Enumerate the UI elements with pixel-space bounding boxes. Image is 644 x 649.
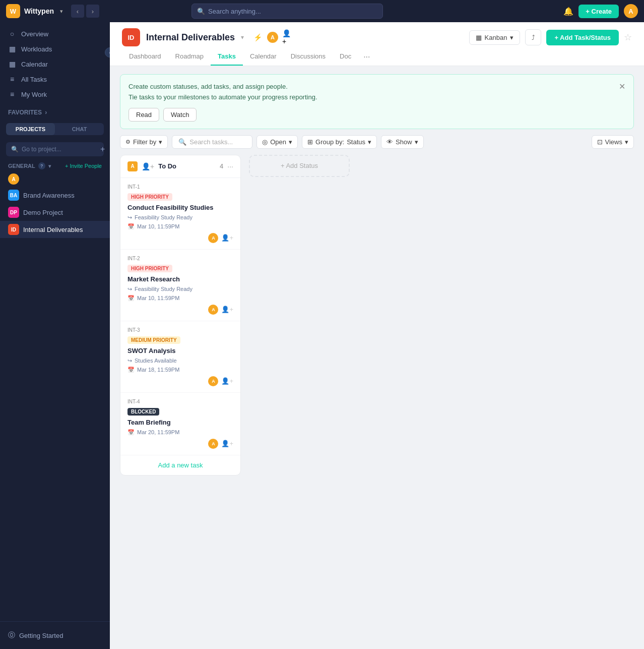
search-icon: 🔍 (197, 8, 205, 15)
add-new-task-button[interactable]: Add a new task (120, 455, 240, 475)
lightning-icon[interactable]: ⚡ (252, 32, 263, 43)
add-project-button[interactable]: + (100, 145, 105, 154)
task-milestone: ↪ Studies Available (127, 358, 233, 364)
views-label: Views (605, 138, 622, 146)
tab-dashboard[interactable]: Dashboard (122, 48, 168, 66)
tab-chat[interactable]: CHAT (55, 123, 104, 135)
kanban-grid-icon: ▦ (476, 34, 482, 41)
task-search[interactable]: 🔍 Search tasks... (172, 135, 252, 149)
sidebar-item-internal-deliverables[interactable]: ID Internal Deliverables (0, 221, 110, 238)
task-assign-icon[interactable]: 👤+ (221, 377, 233, 385)
task-milestone: ↪ Feasibility Study Ready (127, 214, 233, 221)
kanban-button[interactable]: ▦ Kanban ▾ (469, 30, 521, 45)
column-header-todo: A 👤+ To Do 4 ··· (120, 155, 240, 178)
my-work-icon: ≡ (8, 90, 16, 98)
tab-tasks[interactable]: Tasks (211, 48, 243, 66)
task-assign-icon[interactable]: 👤+ (221, 306, 233, 313)
task-title: Conduct Feasibility Studies (127, 204, 233, 211)
project-header-actions: ▦ Kanban ▾ ⤴ + Add Task/Status ☆ (469, 29, 632, 45)
tab-discussions[interactable]: Discussions (284, 48, 333, 66)
app-name-chevron-icon: ▾ (60, 8, 63, 15)
sidebar: ‹ ○ Overview ▦ Workloads ▦ Calendar ≡ Al… (0, 22, 110, 649)
general-help-icon[interactable]: ? (38, 162, 45, 169)
sidebar-item-label: Overview (21, 30, 48, 38)
column-more-button[interactable]: ··· (227, 162, 233, 170)
group-by-button[interactable]: ⊞ Group by: Status ▾ (302, 135, 377, 149)
tab-roadmap[interactable]: Roadmap (168, 48, 211, 66)
search-bar[interactable]: 🔍 Search anything... (191, 4, 383, 19)
open-filter-button[interactable]: ◎ Open ▾ (256, 135, 298, 149)
tab-calendar[interactable]: Calendar (243, 48, 284, 66)
column-count: 4 (220, 162, 223, 170)
open-chevron-icon: ▾ (289, 138, 292, 146)
filter-button[interactable]: ⚙ Filter by ▾ (120, 135, 168, 149)
column-badge: A (127, 161, 138, 171)
user-avatar-small: A (8, 173, 19, 185)
general-chevron-icon: ▾ (48, 163, 51, 169)
views-button[interactable]: ⊡ Views ▾ (592, 135, 634, 149)
forward-button[interactable]: › (86, 5, 99, 18)
avatar[interactable]: A (624, 4, 638, 18)
sidebar-item-demo-project[interactable]: DP Demo Project (0, 204, 110, 221)
search-input[interactable]: Search anything... (208, 8, 261, 15)
favorites-section[interactable]: FAVORITES › (0, 106, 110, 119)
share-icon: ⤴ (532, 34, 535, 41)
task-id: INT-3 (127, 327, 233, 333)
project-title-chevron-icon[interactable]: ▾ (241, 34, 244, 41)
tab-projects[interactable]: PROJECTS (6, 123, 55, 135)
task-assign-icon[interactable]: 👤+ (221, 440, 233, 447)
main-layout: ‹ ○ Overview ▦ Workloads ▦ Calendar ≡ Al… (0, 22, 644, 649)
info-banner-close-button[interactable]: ✕ (619, 82, 625, 91)
add-member-icon[interactable]: 👤+ (282, 32, 293, 43)
sidebar-item-overview[interactable]: ○ Overview (0, 26, 110, 41)
project-search-input[interactable] (22, 146, 97, 153)
tab-more-button[interactable]: ··· (358, 48, 375, 66)
task-avatar: A (208, 233, 218, 243)
topbar-right: 🔔 + Create A (563, 4, 638, 18)
general-label-group: GENERAL ? ▾ (8, 162, 51, 169)
task-avatar: A (208, 439, 218, 449)
task-priority-badge: HIGH PRIORITY (127, 265, 172, 272)
task-milestone: ↪ Feasibility Study Ready (127, 286, 233, 292)
due-date-text: Mar 10, 11:59PM (137, 295, 179, 301)
task-due-date: 📅 Mar 10, 11:59PM (127, 223, 233, 230)
task-assign-icon[interactable]: 👤+ (221, 234, 233, 242)
project-avatar-icon[interactable]: A (267, 32, 278, 43)
project-title: Internal Deliverables (146, 32, 235, 43)
general-section-header: GENERAL ? ▾ + Invite People (0, 159, 110, 172)
star-button[interactable]: ☆ (624, 32, 632, 43)
read-button[interactable]: Read (128, 108, 159, 122)
create-button[interactable]: + Create (578, 5, 619, 18)
info-banner-content: Create custom statuses, add tasks, and a… (128, 82, 317, 122)
invite-people-button[interactable]: + Invite People (65, 163, 102, 169)
project-label: Internal Deliverables (23, 226, 83, 233)
kanban-column-todo: A 👤+ To Do 4 ··· INT-1 HIGH PRIORITY Con… (120, 155, 241, 476)
sidebar-item-brand-awareness[interactable]: BA Brand Awareness (0, 187, 110, 204)
sidebar-item-workloads[interactable]: ▦ Workloads (0, 41, 110, 56)
table-row[interactable]: INT-3 MEDIUM PRIORITY SWOT Analysis ↪ St… (120, 321, 240, 393)
sidebar-item-all-tasks[interactable]: ≡ All Tasks (0, 72, 110, 87)
app-logo[interactable]: W (6, 4, 20, 18)
watch-button[interactable]: Watch (163, 108, 197, 122)
getting-started-button[interactable]: ⓪ Getting Started (6, 628, 104, 643)
task-id: INT-1 (127, 184, 233, 190)
share-button[interactable]: ⤴ (525, 29, 541, 45)
back-button[interactable]: ‹ (71, 5, 84, 18)
table-row[interactable]: INT-2 HIGH PRIORITY Market Research ↪ Fe… (120, 250, 240, 321)
sidebar-item-calendar[interactable]: ▦ Calendar (0, 56, 110, 72)
add-status-label: + Add Status (281, 162, 318, 169)
project-search[interactable]: 🔍 + (6, 142, 104, 156)
add-status-button[interactable]: + Add Status (249, 155, 350, 177)
tab-doc[interactable]: Doc (333, 48, 358, 66)
table-row[interactable]: INT-1 HIGH PRIORITY Conduct Feasibility … (120, 178, 240, 250)
show-button[interactable]: 👁 Show ▾ (381, 135, 424, 149)
add-task-button[interactable]: + Add Task/Status (546, 30, 619, 45)
table-row[interactable]: INT-4 BLOCKED Team Briefing 📅 Mar 20, 11… (120, 393, 240, 455)
sidebar-item-my-work[interactable]: ≡ My Work (0, 87, 110, 102)
task-footer: A 👤+ (127, 233, 233, 243)
getting-started-label: Getting Started (19, 632, 63, 639)
group-by-icon: ⊞ (307, 138, 313, 146)
info-banner-line2: Tie tasks to your milestones to automate… (128, 92, 317, 103)
bell-icon[interactable]: 🔔 (563, 7, 573, 16)
sidebar-item-label: Workloads (21, 45, 52, 53)
